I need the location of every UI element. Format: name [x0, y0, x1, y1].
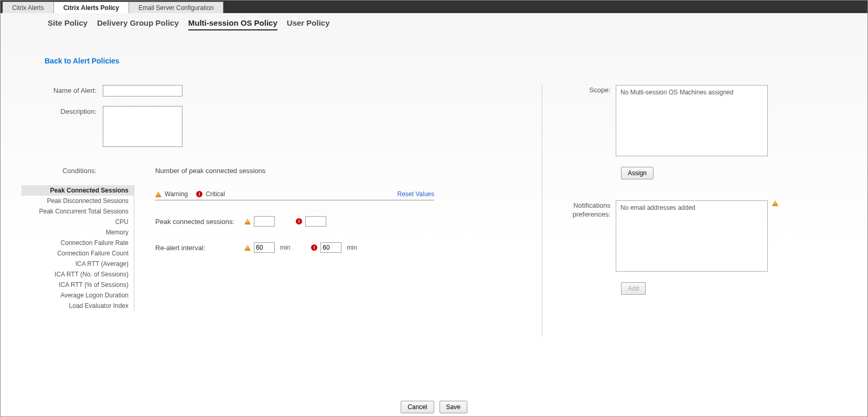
label-scope: Scope: — [563, 85, 616, 156]
condition-item-conn-failure-count[interactable]: Connection Failure Count — [22, 248, 134, 259]
condition-item-ica-rtt-sessions[interactable]: ICA RTT (No. of Sessions) — [22, 269, 134, 280]
scope-box: No Multi-session OS Machines assigned — [616, 85, 768, 156]
warning-icon — [244, 245, 251, 251]
warning-icon — [155, 191, 162, 197]
legend-warning-label: Warning — [165, 190, 188, 198]
condition-item-memory[interactable]: Memory — [22, 227, 134, 238]
policy-subnav: Site Policy Delivery Group Policy Multi-… — [1, 13, 867, 36]
conditions-list: Peak Connected Sessions Peak Disconnecte… — [22, 185, 134, 311]
warning-icon — [772, 200, 778, 206]
condition-item-cpu[interactable]: CPU — [22, 217, 134, 227]
condition-item-peak-concurrent-total[interactable]: Peak Concurrent Total Sessions — [22, 206, 134, 217]
realert-warning-input[interactable] — [254, 242, 275, 253]
critical-icon: ! — [296, 218, 302, 224]
top-tab-bar: Citrix Alerts Citrix Alerts Policy Email… — [1, 1, 867, 13]
top-tab-citrix-alerts-policy[interactable]: Citrix Alerts Policy — [54, 2, 129, 13]
add-button[interactable]: Add — [621, 282, 646, 295]
name-of-alert-input[interactable] — [103, 85, 183, 97]
condition-item-load-evaluator-index[interactable]: Load Evaluator Index — [22, 301, 134, 311]
label-conditions: Conditions: — [22, 167, 103, 175]
critical-icon: ! — [196, 191, 202, 197]
notifications-box: No email addresses added — [616, 200, 768, 272]
condition-item-ica-rtt-pct[interactable]: ICA RTT (% of Sessions) — [22, 280, 134, 290]
cancel-button[interactable]: Cancel — [401, 401, 434, 413]
subnav-delivery-group-policy[interactable]: Delivery Group Policy — [97, 18, 179, 30]
realert-critical-input[interactable] — [320, 242, 341, 253]
condition-item-peak-disconnected[interactable]: Peak Disconnected Sessions — [22, 196, 134, 206]
save-button[interactable]: Save — [440, 401, 467, 413]
back-to-alert-policies-link[interactable]: Back to Alert Policies — [1, 36, 867, 65]
label-description: Description: — [22, 106, 103, 147]
critical-icon: ! — [311, 244, 317, 251]
subnav-user-policy[interactable]: User Policy — [287, 18, 330, 30]
param-peak-connected-label: Peak connected sessions: — [155, 218, 244, 226]
column-divider — [542, 85, 542, 337]
reset-values-link[interactable]: Reset Values — [398, 190, 434, 198]
condition-item-peak-connected[interactable]: Peak Connected Sessions — [22, 185, 134, 196]
top-tab-citrix-alerts[interactable]: Citrix Alerts — [3, 2, 54, 13]
condition-detail-title: Number of peak connected sessions — [155, 167, 434, 175]
description-input[interactable] — [103, 106, 183, 147]
warning-icon — [244, 219, 251, 224]
peak-connected-critical-input[interactable] — [305, 216, 326, 227]
condition-item-avg-logon-duration[interactable]: Average Logon Duration — [22, 290, 134, 301]
subnav-site-policy[interactable]: Site Policy — [48, 18, 88, 30]
peak-connected-warning-input[interactable] — [254, 216, 275, 227]
unit-min-warning: min — [280, 244, 290, 251]
param-realert-label: Re-alert interval: — [155, 244, 244, 252]
top-tab-email-server-config[interactable]: Email Server Configuration — [129, 2, 223, 13]
condition-item-conn-failure-rate[interactable]: Connection Failure Rate — [22, 238, 134, 248]
label-name-of-alert: Name of Alert: — [22, 85, 103, 97]
unit-min-critical: min — [347, 244, 357, 251]
subnav-multisession-os-policy[interactable]: Multi-session OS Policy — [188, 18, 277, 30]
label-notifications-preferences: Notifications preferences: — [563, 200, 616, 272]
legend-critical-label: Critical — [206, 190, 225, 198]
assign-button[interactable]: Assign — [621, 167, 653, 179]
condition-item-ica-rtt-avg[interactable]: ICA RTT (Average) — [22, 259, 134, 269]
